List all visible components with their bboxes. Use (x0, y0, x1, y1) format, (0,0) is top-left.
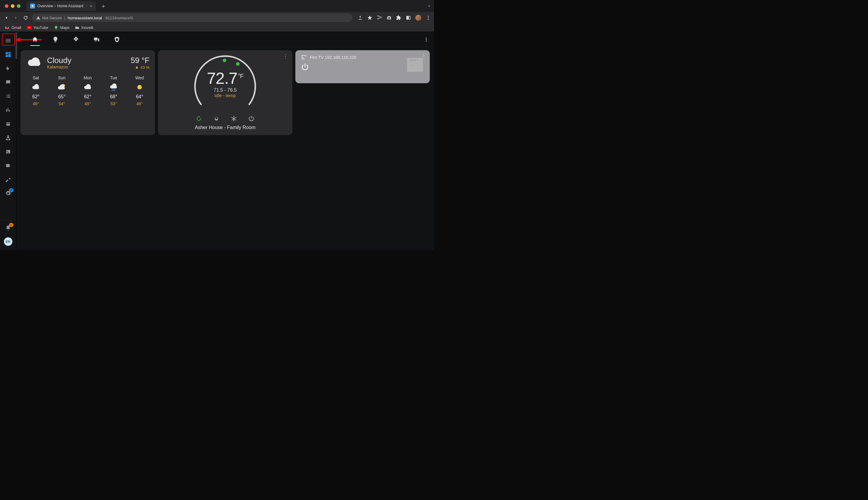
browser-tab-strip: Overview – Home Assistant × ＋ (0, 0, 434, 12)
forecast-sunny-icon (135, 82, 145, 92)
browser-menu-icon[interactable] (426, 15, 431, 21)
forecast-day-name: Sun (58, 76, 66, 80)
sidebar-item-settings[interactable]: 2 (0, 186, 16, 200)
media-card[interactable]: Fire TV 192.168.116.105 ⋮ (296, 50, 430, 83)
nav-forward-icon[interactable] (13, 14, 19, 21)
sidebar-item-media[interactable] (0, 159, 16, 172)
svg-point-19 (236, 62, 240, 66)
browser-tab[interactable]: Overview – Home Assistant × (26, 1, 96, 11)
extension-icon-1[interactable] (377, 15, 382, 21)
maps-pin-icon (54, 25, 58, 30)
view-more-menu[interactable] (421, 35, 431, 44)
forecast-low: 54° (58, 101, 65, 106)
forecast-rainy-icon (108, 82, 119, 92)
sidebar-toggle-hamburger[interactable] (0, 34, 16, 48)
bookmark-maps[interactable]: Maps (54, 25, 70, 30)
bookmark-inovelli[interactable]: Inovelli (75, 25, 93, 30)
browser-toolbar: Not Secure | homeassistant.local:8123/lo… (0, 12, 434, 23)
hvac-auto-button[interactable] (196, 115, 202, 122)
forecast-day-name: Mon (83, 76, 92, 80)
media-title: Fire TV 192.168.116.105 (310, 55, 357, 60)
window-maximize[interactable] (17, 4, 21, 8)
sidebar-item-logbook[interactable] (0, 89, 16, 103)
window-minimize[interactable] (11, 4, 14, 8)
dashboard-icon (5, 51, 11, 58)
svg-point-11 (426, 39, 427, 40)
droplet-icon (135, 66, 139, 69)
tab-list-chevron-icon[interactable] (427, 4, 431, 9)
sidebar-profile[interactable]: EH (4, 237, 12, 246)
nav-back-icon[interactable] (3, 14, 10, 21)
svg-rect-5 (7, 136, 9, 137)
profile-avatar[interactable] (415, 15, 421, 21)
forecast-low: 53° (110, 101, 117, 106)
view-tab-lights[interactable] (49, 33, 61, 46)
ha-main: Cloudy Kalamazoo 59 °F 43 % Sat62°46°Sun… (16, 32, 434, 250)
sidebar-item-map[interactable] (0, 76, 16, 89)
bookmark-label: Maps (60, 26, 70, 30)
svg-rect-6 (6, 139, 8, 140)
thermostat-gauge[interactable]: 72.7°F 71.5 - 76.5 Idle - temp (189, 53, 261, 113)
home-icon (32, 36, 38, 43)
window-controls (5, 4, 21, 8)
view-tab-climate[interactable] (70, 33, 82, 46)
network-icon (5, 135, 11, 141)
bookmark-gmail[interactable]: Gmail (5, 25, 21, 30)
weather-location: Kalamazoo (47, 65, 71, 69)
warning-icon (36, 16, 40, 20)
sidebar-item-energy[interactable] (0, 61, 16, 76)
forecast-low: 46° (33, 101, 39, 106)
sidebar-item-terminal[interactable] (0, 145, 16, 159)
lightning-icon (5, 66, 11, 71)
share-icon[interactable] (357, 15, 363, 21)
hvac-heat-button[interactable] (213, 115, 220, 122)
home-assistant-app: 2 1 EH (0, 32, 434, 250)
sidebar-item-hacs[interactable] (0, 117, 16, 131)
svg-point-18 (223, 58, 226, 62)
bookmark-star-icon[interactable] (367, 15, 372, 21)
dashboard-content: Cloudy Kalamazoo 59 °F 43 % Sat62°46°Sun… (16, 47, 434, 250)
youtube-icon (27, 25, 32, 30)
ha-sidebar: 2 1 EH (0, 32, 16, 250)
nav-reload-icon[interactable] (22, 14, 29, 21)
window-close[interactable] (5, 4, 9, 8)
forecast-high: 68° (110, 94, 117, 100)
view-tab-home[interactable] (29, 33, 41, 46)
new-tab-button[interactable]: ＋ (101, 2, 106, 10)
weather-card[interactable]: Cloudy Kalamazoo 59 °F 43 % Sat62°46°Sun… (21, 50, 155, 135)
hvac-off-button[interactable] (248, 115, 255, 122)
hammer-icon (5, 177, 11, 182)
bookmark-youtube[interactable]: YouTube (27, 25, 48, 30)
kebab-icon (424, 37, 429, 42)
thermostat-card[interactable]: ⋮ 72.7°F 71.5 - 76.5 Idle - temp (158, 50, 292, 135)
hvac-cool-button[interactable] (231, 115, 237, 122)
extensions-puzzle-icon[interactable] (396, 15, 402, 21)
forecast-low: 46° (136, 101, 142, 106)
folder-icon (75, 25, 80, 30)
sidebar-item-network[interactable] (0, 131, 16, 145)
weather-humidity-value: 43 % (140, 65, 150, 70)
home-assistant-favicon (30, 4, 35, 9)
app-window: Overview – Home Assistant × ＋ Not Secure… (0, 0, 434, 250)
address-bar[interactable]: Not Secure | homeassistant.local:8123/lo… (32, 14, 352, 22)
svg-point-0 (428, 16, 429, 16)
forecast-day: Mon62°49° (78, 76, 98, 106)
side-panel-icon[interactable] (406, 15, 411, 21)
forecast-day: Sat62°46° (26, 76, 46, 106)
address-path: :8123/lovelace/0 (105, 16, 133, 20)
card-menu-button[interactable]: ⋮ (283, 53, 289, 60)
tab-close-icon[interactable]: × (90, 4, 92, 8)
forecast-day: Sun65°54° (52, 76, 72, 106)
fire-icon (213, 115, 220, 122)
view-tab-devices[interactable] (90, 33, 103, 46)
view-tab-security[interactable] (111, 33, 123, 46)
sidebar-item-notifications[interactable]: 1 (0, 221, 16, 235)
forecast-partly-sunny-icon (57, 82, 67, 92)
sidebar-item-history[interactable] (0, 103, 16, 117)
browser-tab-title: Overview – Home Assistant (37, 4, 88, 8)
sidebar-item-devtools[interactable] (0, 172, 16, 186)
forecast-high: 62° (84, 94, 91, 100)
extension-icon-camera[interactable] (386, 15, 392, 21)
svg-point-2 (428, 19, 429, 20)
sidebar-item-overview[interactable] (0, 48, 16, 61)
